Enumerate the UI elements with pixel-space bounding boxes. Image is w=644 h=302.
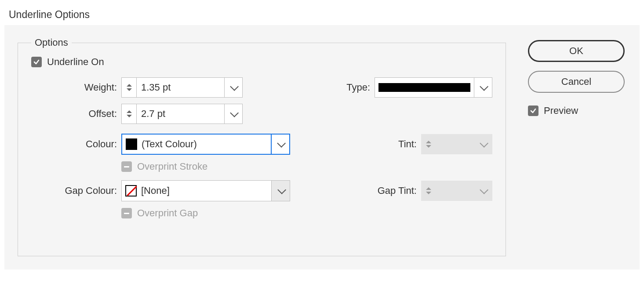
preview-checkbox[interactable] bbox=[528, 106, 538, 116]
tint-spinner bbox=[421, 134, 436, 154]
chevron-down-icon bbox=[426, 145, 431, 148]
options-frame: Options Underline On Weight: 1.35 pt bbox=[18, 43, 506, 256]
gap-colour-label: Gap Colour: bbox=[44, 185, 121, 196]
chevron-down-icon bbox=[127, 115, 132, 117]
colour-select[interactable]: (Text Colour) bbox=[121, 134, 272, 155]
chevron-down-icon bbox=[230, 109, 239, 117]
weight-dropdown[interactable] bbox=[224, 77, 243, 98]
chevron-up-icon bbox=[127, 110, 132, 113]
gap-colour-select[interactable]: [None] bbox=[121, 180, 272, 201]
colour-value: (Text Colour) bbox=[142, 138, 197, 150]
chevron-up-icon bbox=[127, 84, 132, 87]
colour-dropdown[interactable] bbox=[272, 134, 290, 155]
weight-spinner[interactable] bbox=[121, 77, 136, 98]
overprint-gap-label: Overprint Gap bbox=[137, 207, 198, 219]
type-preview[interactable] bbox=[375, 77, 474, 98]
dialog-title: Underline Options bbox=[0, 0, 644, 25]
overprint-stroke-label: Overprint Stroke bbox=[137, 161, 207, 172]
stroke-sample bbox=[378, 83, 470, 92]
chevron-down-icon bbox=[480, 139, 488, 148]
underline-on-checkbox[interactable] bbox=[31, 57, 42, 67]
form-grid: Weight: 1.35 pt Type: bbox=[44, 77, 492, 219]
chevron-up-icon bbox=[426, 141, 431, 143]
offset-dropdown[interactable] bbox=[224, 104, 243, 124]
chevron-down-icon bbox=[480, 82, 488, 91]
chevron-up-icon bbox=[426, 187, 431, 190]
type-dropdown[interactable] bbox=[474, 77, 492, 98]
gap-tint-field bbox=[421, 181, 492, 201]
gap-tint-dropdown bbox=[474, 181, 492, 201]
gap-colour-dropdown[interactable] bbox=[272, 180, 290, 201]
colour-swatch-icon bbox=[126, 138, 137, 150]
right-panel: OK Cancel Preview bbox=[528, 38, 625, 116]
overprint-stroke-checkbox bbox=[121, 161, 132, 172]
weight-label: Weight: bbox=[44, 82, 121, 93]
underline-on-row: Underline On bbox=[31, 56, 492, 68]
preview-label: Preview bbox=[544, 105, 578, 116]
offset-label: Offset: bbox=[44, 108, 121, 120]
offset-spinner[interactable] bbox=[121, 104, 136, 124]
chevron-down-icon bbox=[277, 139, 286, 148]
none-swatch-icon bbox=[125, 185, 137, 196]
ok-button[interactable]: OK bbox=[528, 40, 625, 62]
colour-label: Colour: bbox=[44, 138, 121, 150]
chevron-down-icon bbox=[277, 186, 286, 194]
chevron-down-icon bbox=[127, 88, 132, 91]
overprint-gap-checkbox bbox=[121, 208, 132, 218]
tint-dropdown bbox=[474, 134, 492, 154]
weight-input[interactable]: 1.35 pt bbox=[136, 77, 224, 98]
dialog-body: Options Underline On Weight: 1.35 pt bbox=[4, 25, 640, 269]
offset-input[interactable]: 2.7 pt bbox=[136, 104, 224, 124]
chevron-down-icon bbox=[480, 186, 488, 194]
chevron-down-icon bbox=[426, 192, 431, 194]
type-label: Type: bbox=[326, 82, 375, 93]
cancel-button[interactable]: Cancel bbox=[528, 71, 625, 93]
underline-on-label: Underline On bbox=[47, 56, 104, 68]
tint-label: Tint: bbox=[373, 138, 421, 150]
options-legend: Options bbox=[31, 37, 72, 48]
gap-colour-value: [None] bbox=[141, 185, 170, 196]
gap-tint-spinner bbox=[421, 181, 436, 201]
gap-tint-label: Gap Tint: bbox=[349, 185, 421, 196]
chevron-down-icon bbox=[230, 82, 239, 91]
tint-field bbox=[421, 134, 492, 154]
